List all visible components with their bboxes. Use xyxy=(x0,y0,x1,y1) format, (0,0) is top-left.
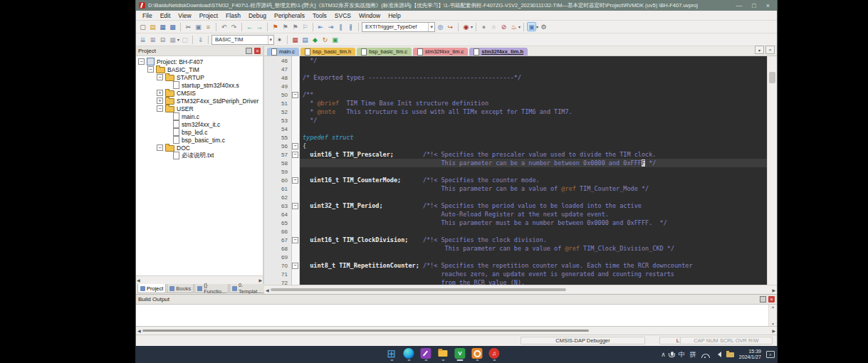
taskbar-app-netease[interactable]: ♫ xyxy=(488,348,499,361)
code-line[interactable]: 71 reaches zero, an update event is gene… xyxy=(264,270,767,278)
next-bookmark-icon[interactable]: ⚑ xyxy=(291,22,300,31)
tree-item[interactable]: bsp_basic_tim.c xyxy=(136,136,263,144)
pin-icon[interactable] xyxy=(760,296,766,302)
collapse-icon[interactable]: − xyxy=(157,144,163,151)
scroll-right-icon[interactable]: ▶ xyxy=(772,328,775,333)
code-line[interactable]: 48/* Exported types --------------------… xyxy=(264,73,767,82)
menu-file[interactable]: File xyxy=(139,12,156,19)
notification-center-icon[interactable]: ≡ xyxy=(766,351,775,358)
code-line[interactable]: 61 This parameter can be a value of @ref… xyxy=(264,184,767,193)
code-line[interactable]: 64 Auto-Reload Register at the next upda… xyxy=(264,210,767,219)
menu-peripherals[interactable]: Peripherals xyxy=(271,12,308,19)
menu-svcs[interactable]: SVCS xyxy=(331,12,355,19)
fold-collapse-icon[interactable]: − xyxy=(291,263,299,269)
code-line[interactable]: 53 */ xyxy=(264,116,767,125)
project-close-icon[interactable]: × xyxy=(254,48,261,54)
expand-icon[interactable]: + xyxy=(157,98,163,104)
tree-item[interactable]: −USER xyxy=(136,105,263,112)
configure-tools-icon[interactable]: ⚙ xyxy=(539,22,548,31)
enable-disable-breakpoint-icon[interactable]: ○ xyxy=(489,22,498,31)
taskbar-app-edge[interactable] xyxy=(403,348,414,361)
taskbar-app-folder[interactable] xyxy=(437,348,448,361)
scroll-down-icon[interactable]: ▼ xyxy=(771,322,775,326)
download-to-flash-icon[interactable]: ⇓ xyxy=(196,35,205,44)
scroll-right-icon[interactable]: ▶ xyxy=(772,288,775,293)
collapse-icon[interactable]: − xyxy=(157,74,163,80)
kill-all-breakpoints-icon[interactable]: ♨ xyxy=(509,22,518,31)
fold-collapse-icon[interactable]: − xyxy=(291,203,299,209)
manage-project-items-icon[interactable]: ▤ xyxy=(300,35,310,44)
new-file-icon[interactable]: ▢ xyxy=(138,22,147,31)
pack-installer-icon[interactable]: ▣ xyxy=(330,35,340,44)
insert-breakpoint-icon[interactable]: ● xyxy=(479,22,488,31)
code-line[interactable]: 46 */ xyxy=(264,56,767,65)
window-layout-dropdown-icon[interactable]: ▾ xyxy=(536,24,538,29)
save-icon[interactable]: ▦ xyxy=(158,22,167,31)
build-output-header[interactable]: Build Output × xyxy=(136,294,777,304)
build-output-content[interactable]: ▲ ▼ xyxy=(136,304,777,327)
indent-icon[interactable]: ⇥ xyxy=(326,22,335,31)
close-button[interactable]: × xyxy=(766,2,770,9)
code-line[interactable]: 70− uint8_t TIM_RepetitionCounter; /*!< … xyxy=(264,261,767,270)
fold-box-icon[interactable]: − xyxy=(292,263,298,269)
code-line[interactable]: 55typedef struct xyxy=(264,133,767,142)
code-scroll-area[interactable]: 46 */4748/* Exported types -------------… xyxy=(264,56,767,285)
code-line[interactable]: 63− uint32_t TIM_Period; /*!< Specifies … xyxy=(264,201,767,210)
fold-box-icon[interactable]: − xyxy=(292,203,298,209)
code-line[interactable]: 47 xyxy=(264,65,767,73)
chevron-down-icon[interactable]: ▾ xyxy=(428,23,433,31)
editor-tab-stm32f4xx_tim-c[interactable]: stm32f4xx_tim.c xyxy=(413,48,468,56)
target-combo[interactable]: BASIC_TIM▾ xyxy=(211,35,274,45)
select-software-packs-icon[interactable]: ◆ xyxy=(310,35,320,44)
build-output-vertical-scrollbar[interactable]: ▲ ▼ xyxy=(768,305,777,326)
ime-language-icon[interactable]: 中 xyxy=(679,352,685,358)
tab-list-dropdown-icon[interactable]: ▾ xyxy=(755,46,764,54)
translate-file-icon[interactable]: ⇊ xyxy=(138,35,147,44)
open-file-icon[interactable]: ▤ xyxy=(148,22,157,31)
panel-tab-books[interactable]: Books xyxy=(167,284,194,293)
code-line[interactable]: 52 * @note This structure is used with a… xyxy=(264,107,767,116)
collapse-icon[interactable]: − xyxy=(138,58,145,65)
tree-item[interactable]: −STARTUP xyxy=(136,73,263,81)
menu-flash[interactable]: Flash xyxy=(222,12,244,19)
collapse-icon[interactable]: − xyxy=(157,105,163,112)
batch-build-icon[interactable]: ▦ xyxy=(168,35,177,44)
comment-selection-icon[interactable]: ∥ xyxy=(336,22,345,31)
code-editor[interactable]: 46 */4748/* Exported types -------------… xyxy=(264,56,777,285)
refresh-software-packs-icon[interactable]: ↻ xyxy=(320,35,330,44)
editor-vertical-scrollbar[interactable] xyxy=(767,56,777,285)
code-line[interactable]: 68 This parameter can be a value of @ref… xyxy=(264,244,767,253)
navigate-back-icon[interactable]: ← xyxy=(245,22,254,31)
tree-item[interactable]: main.c xyxy=(136,112,263,120)
tree-item[interactable]: −Project: BH-F407 xyxy=(136,58,263,65)
tree-item[interactable]: −DOC xyxy=(136,144,263,152)
editor-horizontal-scrollbar[interactable]: ◀ ▶ xyxy=(264,285,777,294)
start-stop-debug-icon[interactable]: ◉ xyxy=(461,22,471,31)
kill-all-breakpoints-dropdown-icon[interactable]: ▾ xyxy=(518,24,521,29)
build-output-horizontal-scrollbar[interactable]: ◀ ▶ xyxy=(136,327,777,335)
microphone-icon[interactable] xyxy=(671,352,674,356)
code-line[interactable]: 62 xyxy=(264,193,767,201)
code-line[interactable]: 50−/** xyxy=(264,90,767,99)
stop-build-icon[interactable]: ▢ xyxy=(180,35,189,44)
code-line[interactable]: 49 xyxy=(264,82,767,90)
scroll-left-icon[interactable]: ◀ xyxy=(137,278,140,283)
fold-collapse-icon[interactable]: − xyxy=(291,92,299,98)
uncomment-selection-icon[interactable]: ∦ xyxy=(346,22,355,31)
incremental-find-icon[interactable]: ↪ xyxy=(446,22,455,31)
save-all-icon[interactable]: ▩ xyxy=(168,22,177,31)
code-line[interactable]: 51 * @brief TIM Time Base Init structure… xyxy=(264,99,767,107)
editor-tab-bsp_basic_tim-h[interactable]: bsp_basic_tim.h xyxy=(300,48,355,56)
tree-item[interactable]: −BASIC_TIM xyxy=(136,65,263,73)
panel-tab-0templat[interactable]: 0. Templat... xyxy=(229,284,265,293)
panel-tab-functio[interactable]: {} Functio... xyxy=(194,284,229,293)
maximize-button[interactable]: □ xyxy=(752,2,755,9)
menu-help[interactable]: Help xyxy=(385,12,404,19)
scroll-up-icon[interactable]: ▲ xyxy=(771,305,775,309)
code-line[interactable]: 72 from the RCR value (N). xyxy=(264,278,767,285)
tree-item[interactable]: 必读说明.txt xyxy=(136,152,263,159)
tree-item[interactable]: stm32f4xx_it.c xyxy=(136,120,263,128)
previous-bookmark-icon[interactable]: ⚑ xyxy=(281,22,290,31)
find-text-combo[interactable]: EXTITrigger_TypeDef▾ xyxy=(362,22,435,32)
undo-icon[interactable]: ↶ xyxy=(219,22,229,31)
